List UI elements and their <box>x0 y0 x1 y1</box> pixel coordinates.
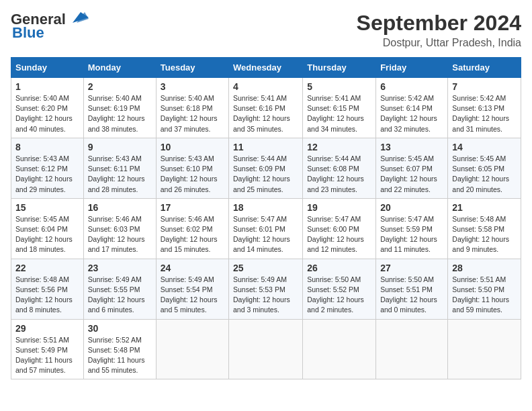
table-row <box>156 319 228 379</box>
table-row: 26Sunrise: 5:50 AMSunset: 5:52 PMDayligh… <box>303 259 376 319</box>
table-row: 15Sunrise: 5:45 AMSunset: 6:04 PMDayligh… <box>11 198 84 259</box>
table-row: 28Sunrise: 5:51 AMSunset: 5:50 PMDayligh… <box>448 259 521 319</box>
table-row: 3Sunrise: 5:40 AMSunset: 6:18 PMDaylight… <box>156 78 228 138</box>
table-row: 7Sunrise: 5:42 AMSunset: 6:13 PMDaylight… <box>448 78 521 138</box>
col-header-thursday: Thursday <box>303 58 376 78</box>
col-header-friday: Friday <box>376 58 448 78</box>
table-row: 27Sunrise: 5:50 AMSunset: 5:51 PMDayligh… <box>376 259 448 319</box>
table-row <box>448 319 521 379</box>
table-row: 23Sunrise: 5:49 AMSunset: 5:55 PMDayligh… <box>83 259 156 319</box>
col-header-tuesday: Tuesday <box>156 58 228 78</box>
calendar-week-5: 29Sunrise: 5:51 AMSunset: 5:49 PMDayligh… <box>11 319 521 379</box>
table-row: 21Sunrise: 5:48 AMSunset: 5:58 PMDayligh… <box>448 198 521 259</box>
table-row: 12Sunrise: 5:44 AMSunset: 6:08 PMDayligh… <box>303 138 376 198</box>
table-row: 17Sunrise: 5:46 AMSunset: 6:02 PMDayligh… <box>156 198 228 259</box>
table-row: 22Sunrise: 5:48 AMSunset: 5:56 PMDayligh… <box>11 259 84 319</box>
table-row: 29Sunrise: 5:51 AMSunset: 5:49 PMDayligh… <box>11 319 84 379</box>
col-header-sunday: Sunday <box>11 58 84 78</box>
title-block: September 2024 Dostpur, Uttar Pradesh, I… <box>357 11 521 49</box>
table-row: 20Sunrise: 5:47 AMSunset: 5:59 PMDayligh… <box>376 198 448 259</box>
calendar-week-1: 1Sunrise: 5:40 AMSunset: 6:20 PMDaylight… <box>11 78 521 138</box>
table-row: 24Sunrise: 5:49 AMSunset: 5:54 PMDayligh… <box>156 259 228 319</box>
table-row: 18Sunrise: 5:47 AMSunset: 6:01 PMDayligh… <box>229 198 303 259</box>
subtitle: Dostpur, Uttar Pradesh, India <box>357 37 521 49</box>
table-row <box>303 319 376 379</box>
header: General Blue September 2024 Dostpur, Utt… <box>11 11 521 49</box>
table-row: 14Sunrise: 5:45 AMSunset: 6:05 PMDayligh… <box>448 138 521 198</box>
calendar-week-2: 8Sunrise: 5:43 AMSunset: 6:12 PMDaylight… <box>11 138 521 198</box>
logo-blue: Blue <box>12 24 44 42</box>
table-row: 19Sunrise: 5:47 AMSunset: 6:00 PMDayligh… <box>303 198 376 259</box>
table-row: 16Sunrise: 5:46 AMSunset: 6:03 PMDayligh… <box>83 198 156 259</box>
logo: General Blue <box>11 11 89 42</box>
table-row: 9Sunrise: 5:43 AMSunset: 6:11 PMDaylight… <box>83 138 156 198</box>
table-row <box>376 319 448 379</box>
table-row: 5Sunrise: 5:41 AMSunset: 6:15 PMDaylight… <box>303 78 376 138</box>
col-header-wednesday: Wednesday <box>229 58 303 78</box>
main-title: September 2024 <box>357 11 521 36</box>
table-row <box>229 319 303 379</box>
table-row: 25Sunrise: 5:49 AMSunset: 5:53 PMDayligh… <box>229 259 303 319</box>
table-row: 1Sunrise: 5:40 AMSunset: 6:20 PMDaylight… <box>11 78 84 138</box>
table-row: 10Sunrise: 5:43 AMSunset: 6:10 PMDayligh… <box>156 138 228 198</box>
table-row: 13Sunrise: 5:45 AMSunset: 6:07 PMDayligh… <box>376 138 448 198</box>
table-row: 2Sunrise: 5:40 AMSunset: 6:19 PMDaylight… <box>83 78 156 138</box>
table-row: 4Sunrise: 5:41 AMSunset: 6:16 PMDaylight… <box>229 78 303 138</box>
calendar-table: SundayMondayTuesdayWednesdayThursdayFrid… <box>11 57 521 379</box>
col-header-saturday: Saturday <box>448 58 521 78</box>
table-row: 8Sunrise: 5:43 AMSunset: 6:12 PMDaylight… <box>11 138 84 198</box>
logo-icon <box>67 9 89 24</box>
table-row: 30Sunrise: 5:52 AMSunset: 5:48 PMDayligh… <box>83 319 156 379</box>
calendar-week-4: 22Sunrise: 5:48 AMSunset: 5:56 PMDayligh… <box>11 259 521 319</box>
header-row: SundayMondayTuesdayWednesdayThursdayFrid… <box>11 58 521 78</box>
table-row: 6Sunrise: 5:42 AMSunset: 6:14 PMDaylight… <box>376 78 448 138</box>
col-header-monday: Monday <box>83 58 156 78</box>
table-row: 11Sunrise: 5:44 AMSunset: 6:09 PMDayligh… <box>229 138 303 198</box>
calendar-week-3: 15Sunrise: 5:45 AMSunset: 6:04 PMDayligh… <box>11 198 521 259</box>
